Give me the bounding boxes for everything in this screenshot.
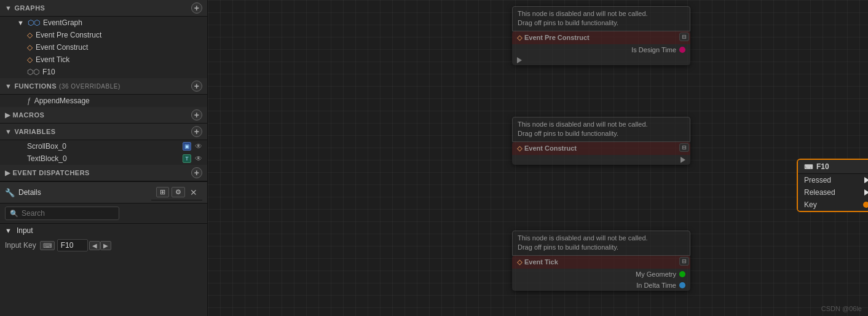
event-construct-icon: ◇ [27, 43, 33, 52]
event-graph-label: EventGraph [43, 18, 82, 27]
node-badge-1: ⊟ [679, 33, 689, 41]
node-badge-3: ⊟ [679, 257, 689, 266]
disabled-node-2-row [512, 155, 690, 165]
f10-released-label: Released [804, 188, 835, 197]
input-key-dec-button[interactable]: ◀ [89, 241, 100, 250]
exec-out-pin-2 [681, 157, 685, 163]
textblock0-eye-icon[interactable]: 👁 [195, 154, 202, 163]
add-graph-button[interactable]: + [191, 2, 202, 14]
variables-section-header: ▼ VARIABLES + [0, 124, 207, 140]
graphs-section-header: ▼ GRAPHS + [0, 0, 207, 17]
event-pin-2: ◇ [517, 144, 522, 152]
f10-pressed-label: Pressed [804, 176, 831, 184]
is-design-time-pin [679, 47, 685, 53]
f10-key-label: Key [804, 200, 817, 209]
disabled-node-3-header: Event Tick [524, 258, 558, 266]
details-title: Details [18, 188, 41, 197]
input-key-label: Input Key [5, 241, 36, 250]
event-pin-1: ◇ [517, 34, 522, 42]
details-panel: 🔧 Details ⊞ ⚙ ✕ 🔍 ▼ Input Input Key ⌨ ◀ … [0, 181, 207, 316]
textblock0-variable-item[interactable]: TextBlock_0 T 👁 [0, 152, 207, 165]
event-pin-3: ◇ [517, 258, 522, 266]
add-dispatcher-button[interactable]: + [191, 167, 202, 178]
event-graph-item[interactable]: ▼ ⬡⬡ EventGraph [0, 17, 207, 29]
in-delta-time-label: In Delta Time [636, 282, 676, 289]
f10-graph-label: F10 [42, 68, 55, 76]
details-search-bar: 🔍 [0, 203, 207, 224]
collapse-eventgraph-icon: ▼ [17, 19, 24, 26]
variables-label: VARIABLES [14, 128, 55, 135]
f10-released-row: Released [798, 186, 868, 199]
event-dispatchers-label: EVENT DISPATCHERS [13, 169, 90, 176]
disabled-node-3-row2: In Delta Time [512, 280, 690, 291]
event-construct-label: Event Construct [36, 43, 88, 52]
disabled-node-2-header: Event Construct [524, 144, 577, 152]
input-key-row: Input Key ⌨ ◀ ▶ [0, 237, 207, 253]
disabled-node-1[interactable]: This node is disabled and will not be ca… [512, 6, 690, 65]
input-key-inc-button[interactable]: ▶ [100, 241, 111, 250]
f10-graph-icon: ⬡⬡ [27, 68, 39, 76]
f10-node[interactable]: ⌨ F10 Pressed Released Key [797, 159, 868, 212]
input-key-value-field[interactable] [57, 239, 88, 251]
event-tick-label: Event Tick [36, 55, 69, 64]
details-settings-icon[interactable]: ⚙ [172, 187, 185, 197]
f10-pressed-row: Pressed [798, 174, 868, 186]
event-tick-item[interactable]: ◇ Event Tick [0, 53, 207, 66]
collapse-graphs-icon[interactable]: ▼ [5, 4, 12, 12]
details-grid-icon[interactable]: ⊞ [156, 187, 169, 197]
sidebar: ▼ GRAPHS + ▼ ⬡⬡ EventGraph ◇ Event Pre C… [0, 0, 208, 316]
event-dispatchers-section-header: ▶ EVENT DISPATCHERS + [0, 165, 207, 181]
search-input[interactable] [5, 207, 119, 220]
disabled-node-3-comment: This node is disabled and will not be ca… [512, 231, 690, 256]
f10-graph-item[interactable]: ⬡⬡ F10 [0, 66, 207, 78]
disabled-node-2[interactable]: This node is disabled and will not be ca… [512, 117, 690, 165]
add-function-button[interactable]: + [191, 81, 202, 92]
collapse-dispatchers-icon[interactable]: ▶ [5, 169, 10, 177]
functions-count: (36 OVERRIDABLE) [59, 83, 120, 90]
functions-label: FUNCTIONS [14, 82, 57, 90]
f10-key-row: Key [798, 199, 868, 211]
add-variable-button[interactable]: + [191, 126, 202, 137]
is-design-time-label: Is Design Time [631, 46, 676, 53]
append-message-label: AppendMessage [34, 97, 90, 105]
add-macro-button[interactable]: + [191, 109, 202, 120]
node-badge-2: ⊟ [679, 143, 689, 152]
event-tick-icon: ◇ [27, 55, 33, 64]
f10-key-pin [863, 202, 868, 208]
append-message-function-item[interactable]: ƒ AppendMessage [0, 95, 207, 107]
f10-node-title: F10 [816, 162, 829, 171]
details-header: 🔧 Details ⊞ ⚙ ✕ [0, 182, 207, 203]
my-geometry-pin [679, 271, 685, 277]
event-pre-construct-label: Event Pre Construct [36, 31, 101, 39]
scrollbox0-eye-icon[interactable]: 👁 [195, 142, 202, 151]
scrollbox0-type-icon: ▣ [183, 142, 191, 151]
in-delta-time-pin [679, 282, 685, 288]
disabled-node-2-comment: This node is disabled and will not be ca… [512, 117, 690, 142]
details-wrench-icon: 🔧 [5, 188, 15, 197]
textblock0-type-icon: T [183, 154, 191, 163]
functions-section-header: ▼ FUNCTIONS (36 OVERRIDABLE) + [0, 78, 207, 95]
disabled-node-3[interactable]: This node is disabled and will not be ca… [512, 231, 690, 291]
f10-pressed-pin [864, 177, 868, 183]
textblock0-label: TextBlock_0 [27, 154, 67, 163]
f10-released-pin [864, 189, 868, 196]
watermark: CSDN @06le [821, 305, 862, 312]
f10-node-header: ⌨ F10 [798, 160, 868, 174]
scrollbox0-label: ScrollBox_0 [27, 142, 66, 151]
function-icon: ƒ [27, 97, 31, 105]
collapse-functions-icon[interactable]: ▼ [5, 82, 12, 90]
details-close-button[interactable]: ✕ [190, 188, 197, 197]
event-pre-construct-icon: ◇ [27, 31, 33, 39]
my-geometry-label: My Geometry [636, 271, 676, 278]
expand-input-icon[interactable]: ▼ [5, 227, 12, 234]
collapse-variables-icon[interactable]: ▼ [5, 128, 12, 135]
scrollbox0-variable-item[interactable]: ScrollBox_0 ▣ 👁 [0, 140, 207, 152]
keyboard-icon: ⌨ [40, 241, 55, 250]
event-pre-construct-item[interactable]: ◇ Event Pre Construct [0, 29, 207, 41]
disabled-node-3-row1: My Geometry [512, 269, 690, 280]
event-construct-item[interactable]: ◇ Event Construct [0, 41, 207, 53]
collapse-macros-icon[interactable]: ▶ [5, 111, 10, 119]
exec-in-pin-1 [517, 57, 522, 63]
input-section: ▼ Input [0, 224, 207, 237]
blueprint-canvas[interactable]: This node is disabled and will not be ca… [208, 0, 868, 316]
